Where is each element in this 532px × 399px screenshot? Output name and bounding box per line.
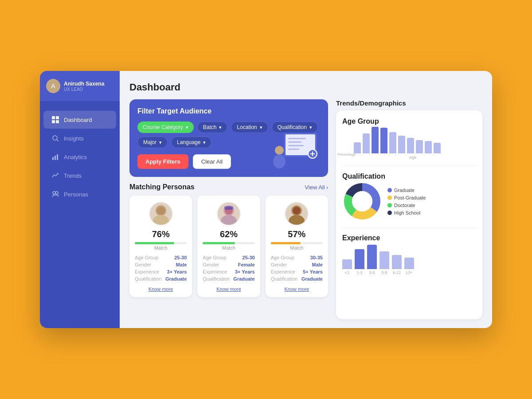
sidebar-item-personas[interactable]: Personas bbox=[43, 185, 116, 203]
sidebar-item-insights[interactable]: Insights bbox=[43, 129, 116, 147]
know-more-2[interactable]: Know more bbox=[216, 286, 241, 292]
sidebar-item-label: Trends bbox=[64, 172, 82, 179]
svg-rect-6 bbox=[52, 157, 54, 160]
match-label-3: Match bbox=[290, 245, 303, 250]
donut-chart bbox=[342, 181, 382, 221]
svg-point-18 bbox=[273, 154, 286, 168]
persona-card-3: 57% Match Age Group30-35 GenderMale Expe… bbox=[266, 196, 328, 297]
view-all-link[interactable]: View All › bbox=[305, 184, 328, 191]
sidebar-item-dashboard[interactable]: Dashboard bbox=[43, 111, 116, 129]
age-bar bbox=[434, 143, 441, 153]
main-header: Dashboard bbox=[129, 82, 482, 93]
chip-location[interactable]: Location bbox=[231, 121, 268, 133]
divider-2 bbox=[342, 227, 476, 228]
age-bar bbox=[372, 127, 379, 153]
right-panel-inner: Age Group Percentage bbox=[336, 110, 482, 319]
exp-label: 8-12 bbox=[392, 270, 402, 275]
exp-bar bbox=[379, 251, 389, 269]
persona-details-2: Age Group25-30 GenderFemale Experience3+… bbox=[203, 254, 254, 282]
svg-rect-14 bbox=[288, 141, 301, 143]
age-bar bbox=[407, 138, 414, 153]
exp-bar bbox=[404, 258, 414, 269]
legend-highschool: High School bbox=[387, 210, 426, 215]
apply-filters-button[interactable]: Apply Filters bbox=[137, 154, 188, 169]
exp-bar bbox=[367, 245, 377, 269]
chip-language[interactable]: Language bbox=[171, 137, 211, 148]
analytics-icon bbox=[51, 153, 59, 161]
know-more-3[interactable]: Know more bbox=[285, 286, 309, 292]
svg-rect-16 bbox=[288, 149, 299, 150]
app-window: A Anirudh Saxena UX LEAD Dashboard bbox=[40, 71, 492, 328]
persona-avatar-3 bbox=[285, 202, 309, 226]
svg-rect-28 bbox=[224, 206, 233, 210]
main-content: Dashboard Filter Target Audience Course … bbox=[120, 71, 492, 328]
persona-cards: 76% Match Age Group25-30 GenderMale Expe… bbox=[129, 196, 328, 297]
sidebar: A Anirudh Saxena UX LEAD Dashboard bbox=[40, 71, 120, 328]
svg-point-9 bbox=[53, 192, 55, 194]
svg-rect-1 bbox=[56, 116, 59, 119]
personas-icon bbox=[51, 190, 59, 198]
age-bar bbox=[363, 133, 370, 153]
age-bar bbox=[416, 140, 423, 153]
svg-point-26 bbox=[221, 215, 237, 225]
personas-title: Matching Personas bbox=[129, 183, 195, 191]
sidebar-item-trends[interactable]: Trends bbox=[43, 167, 116, 184]
svg-rect-0 bbox=[52, 116, 55, 119]
filter-illustration bbox=[266, 124, 324, 177]
content-grid: Filter Target Audience Course Category B… bbox=[129, 99, 482, 319]
svg-point-4 bbox=[53, 136, 57, 140]
age-bar bbox=[380, 128, 387, 153]
dashboard-icon bbox=[51, 116, 59, 124]
match-bar-container-3 bbox=[271, 242, 323, 244]
exp-label: <1 bbox=[342, 270, 352, 275]
svg-rect-15 bbox=[288, 145, 304, 146]
age-bar bbox=[425, 141, 432, 153]
persona-card-1: 76% Match Age Group25-30 GenderMale Expe… bbox=[129, 196, 192, 297]
age-bar bbox=[354, 142, 361, 153]
sidebar-item-label: Personas bbox=[64, 191, 88, 198]
divider-1 bbox=[342, 166, 476, 166]
experience-title: Experience bbox=[342, 234, 476, 242]
exp-label: 5-8 bbox=[379, 270, 389, 275]
match-bar-1 bbox=[135, 242, 174, 244]
trends-header: Trends/Demographics bbox=[336, 99, 482, 107]
sidebar-item-label: Dashboard bbox=[64, 117, 92, 123]
chip-major[interactable]: Major bbox=[137, 137, 168, 148]
chip-course-category[interactable]: Course Category bbox=[137, 121, 194, 133]
svg-rect-8 bbox=[57, 154, 58, 160]
clear-all-button[interactable]: Clear All bbox=[193, 154, 231, 169]
exp-label: 1-3 bbox=[355, 270, 364, 275]
donut-section: Graduate Post-Graduate Doctorate bbox=[342, 181, 476, 221]
experience-section: Experience <1 1-3 3-5 bbox=[342, 234, 476, 275]
svg-point-17 bbox=[275, 146, 284, 155]
age-group-section: Age Group Percentage bbox=[342, 117, 476, 160]
know-more-1[interactable]: Know more bbox=[149, 286, 173, 292]
page-title: Dashboard bbox=[129, 82, 482, 93]
sidebar-nav: Dashboard Insights bbox=[40, 106, 120, 328]
chip-batch[interactable]: Batch bbox=[197, 121, 228, 133]
match-label-2: Match bbox=[222, 245, 235, 250]
exp-bar bbox=[392, 255, 402, 269]
exp-label: 12+ bbox=[404, 270, 414, 275]
match-percent-3: 57% bbox=[288, 229, 305, 239]
match-bar-container-1 bbox=[135, 242, 187, 244]
sidebar-item-analytics[interactable]: Analytics bbox=[43, 148, 116, 166]
user-name: Anirudh Saxena bbox=[64, 81, 104, 87]
age-bar bbox=[398, 136, 405, 153]
filter-title: Filter Target Audience bbox=[137, 107, 320, 115]
svg-rect-7 bbox=[55, 156, 56, 160]
age-group-title: Age Group bbox=[342, 117, 476, 125]
match-bar-container-2 bbox=[203, 242, 254, 244]
svg-rect-13 bbox=[288, 138, 306, 139]
svg-point-30 bbox=[289, 215, 305, 225]
persona-details-3: Age Group30-35 GenderMale Experience5+ Y… bbox=[271, 254, 323, 282]
age-x-label: Age bbox=[349, 155, 476, 160]
filter-box: Filter Target Audience Course Category B… bbox=[129, 99, 328, 177]
exp-label: 3-5 bbox=[367, 270, 377, 275]
persona-details-1: Age Group25-30 GenderMale Experience3+ Y… bbox=[135, 254, 187, 282]
svg-point-10 bbox=[55, 192, 58, 194]
trends-icon bbox=[51, 172, 59, 180]
legend-doctorate: Doctorate bbox=[387, 203, 426, 208]
qualification-section: Qualification bbox=[342, 172, 476, 221]
donut-legend: Graduate Post-Graduate Doctorate bbox=[387, 188, 426, 215]
